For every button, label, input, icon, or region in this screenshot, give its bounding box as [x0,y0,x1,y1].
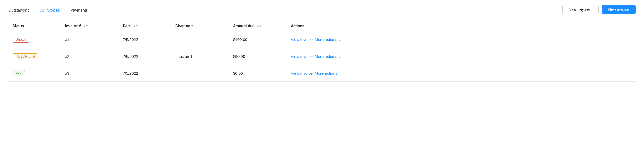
tab-all-invoices[interactable]: All invoices [35,5,65,16]
table-header-row: Status Invoice # ▲▼ Date ▲▼ Chart note A… [8,19,636,31]
sort-arrows-invoice: ▲▼ [83,25,88,27]
tabs-right: New payment New invoice [562,5,636,17]
chevron-down-icon: ⌄ [338,38,341,42]
col-header-date[interactable]: Date ▲▼ [119,19,171,31]
chart-note-cell: Infusion 1 [171,48,229,65]
invoice-num-cell: #1 [61,31,119,48]
chart-note-cell [171,31,229,48]
table-row: Unpaid #1 7/5/2022 $100.00 View invoice … [8,31,636,48]
view-invoice-link[interactable]: View invoice [291,37,313,42]
status-badge: Unpaid [13,37,29,43]
status-badge: Partially paid [13,53,38,59]
status-cell: Partially paid [8,48,61,65]
col-header-actions: Actions [287,19,636,31]
tabs-left: Outstanding All invoices Payments [8,5,93,16]
main-container: Outstanding All invoices Payments New pa… [0,0,644,153]
invoice-table: Status Invoice # ▲▼ Date ▲▼ Chart note A… [8,19,636,82]
date-cell: 7/5/2022 [119,65,171,82]
col-header-amount-due[interactable]: Amount due ▲▼ [229,19,287,31]
tabs-bar: Outstanding All invoices Payments New pa… [8,0,636,17]
table-row: Paid #3 7/5/2022 $0.00 View invoice More… [8,65,636,82]
chevron-down-icon: ⌄ [338,55,341,58]
chart-note-cell [171,65,229,82]
col-header-chart-note: Chart note [171,19,229,31]
more-actions-button[interactable]: More actions ⌄ [315,37,341,42]
actions-cell: View invoice More actions ⌄ [287,65,636,82]
col-header-status: Status [8,19,61,31]
invoice-num-cell: #3 [61,65,119,82]
invoice-num-cell: #2 [61,48,119,65]
amount-due-cell: $90.00 [229,48,287,65]
tab-payments[interactable]: Payments [65,5,93,16]
chevron-down-icon: ⌄ [338,72,341,75]
date-cell: 7/5/2022 [119,31,171,48]
tab-outstanding[interactable]: Outstanding [8,5,35,16]
table-row: Partially paid #2 7/5/2022 Infusion 1 $9… [8,48,636,65]
view-invoice-link[interactable]: View invoice [291,71,313,75]
amount-due-cell: $100.00 [229,31,287,48]
status-cell: Unpaid [8,31,61,48]
sort-arrows-date: ▲▼ [133,25,138,27]
status-cell: Paid [8,65,61,82]
actions-cell: View invoice More actions ⌄ [287,48,636,65]
col-header-invoice[interactable]: Invoice # ▲▼ [61,19,119,31]
new-payment-button[interactable]: New payment [562,5,599,14]
amount-due-cell: $0.00 [229,65,287,82]
more-actions-button[interactable]: More actions ⌄ [315,54,341,59]
status-badge: Paid [13,70,25,76]
sort-arrows-amount: ▲▼ [257,25,262,27]
date-cell: 7/5/2022 [119,48,171,65]
new-invoice-button[interactable]: New invoice [602,5,636,14]
more-actions-button[interactable]: More actions ⌄ [315,71,341,75]
actions-cell: View invoice More actions ⌄ [287,31,636,48]
view-invoice-link[interactable]: View invoice [291,54,313,59]
